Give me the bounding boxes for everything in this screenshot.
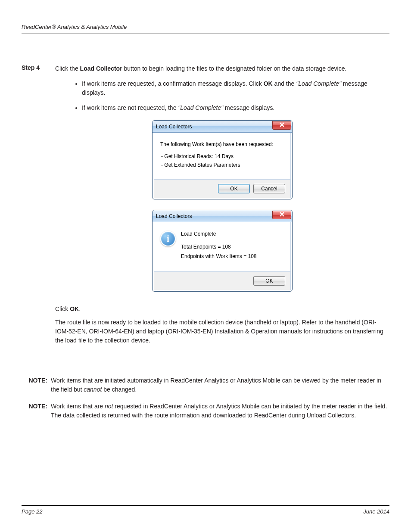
step-4-row: Step 4 Click the Load Collector button t… [22, 64, 389, 352]
dialog1-title: Load Collectors [156, 123, 192, 131]
note2-label: NOTE: [22, 402, 47, 420]
dialogs-container: Load Collectors The following Work Item(… [55, 120, 389, 292]
dialog2-line3: Endpoints with Work Items = 108 [181, 252, 257, 260]
bullet-1: If work items are requested, a confirmat… [82, 79, 389, 97]
ok-button[interactable]: OK [253, 276, 285, 286]
dialog2-footer: OK [154, 271, 291, 290]
bullet-2: If work items are not requested, the "Lo… [82, 103, 389, 112]
intro-pre: Click the [55, 65, 80, 72]
dialog1-message: The following Work Item(s) have been req… [160, 140, 284, 148]
dialog2-titlebar: Load Collectors [153, 210, 292, 222]
dialog2-line1: Load Complete [181, 230, 257, 238]
note1-label: NOTE: [22, 376, 47, 394]
close-icon [280, 211, 284, 219]
dialog-load-complete: Load Collectors i Load Complete Total En… [152, 210, 293, 292]
bullet-list: If work items are requested, a confirmat… [82, 79, 389, 112]
click-ok-line: Click OK. [55, 305, 389, 314]
step-body: Click the Load Collector button to begin… [55, 64, 389, 352]
dialog2-line2: Total Endpoints = 108 [181, 243, 257, 251]
note-2: NOTE: Work items that are not requested … [22, 402, 389, 420]
page-number: Page 22 [22, 508, 42, 515]
dialog-confirm-work-items: Load Collectors The following Work Item(… [152, 120, 293, 199]
dialog1-item1: - Get Historical Reads: 14 Days [161, 152, 284, 160]
dialog1-body: The following Work Item(s) have been req… [154, 133, 291, 179]
dialog1-item2: - Get Extended Status Parameters [161, 161, 284, 169]
cancel-button[interactable]: Cancel [253, 184, 285, 193]
dialog2-text: Load Complete Total Endpoints = 108 Endp… [181, 230, 257, 262]
close-icon [280, 121, 284, 129]
page-footer: Page 22 June 2014 [22, 505, 389, 515]
info-icon: i [160, 231, 176, 246]
note2-body: Work items that are not requested in Rea… [51, 402, 389, 420]
close-button[interactable] [272, 121, 291, 130]
ok-button[interactable]: OK [218, 184, 250, 193]
step-label: Step 4 [22, 64, 55, 352]
route-file-para: The route file is now ready to be loaded… [55, 318, 389, 345]
close-button[interactable] [272, 211, 291, 219]
note-1: NOTE: Work items that are initiated auto… [22, 376, 389, 394]
note1-body: Work items that are initiated automatica… [51, 376, 389, 394]
page-header: ReadCenter® Analytics & Analytics Mobile [22, 24, 389, 34]
dialog2-title: Load Collectors [156, 212, 192, 220]
intro-bold: Load Collector [80, 65, 122, 72]
dialog2-body: i Load Complete Total Endpoints = 108 En… [154, 222, 291, 271]
dialog1-titlebar: Load Collectors [153, 121, 292, 133]
dialog1-footer: OK Cancel [154, 179, 291, 198]
header-title: ReadCenter® Analytics & Analytics Mobile [22, 24, 127, 30]
after-dialogs-text: Click OK. The route file is now ready to… [55, 305, 389, 345]
intro-post: button to begin loading the files to the… [122, 65, 347, 72]
footer-date: June 2014 [363, 508, 389, 515]
